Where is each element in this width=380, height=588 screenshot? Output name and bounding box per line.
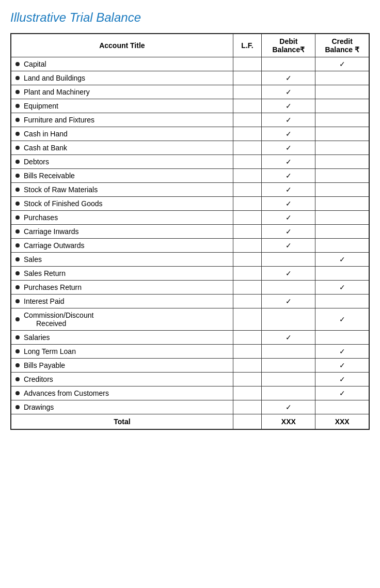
account-label: Stock of Finished Goods xyxy=(24,199,103,208)
lf-cell xyxy=(233,197,262,211)
account-name-cell: Purchases xyxy=(11,211,233,225)
debit-cell: ✓ xyxy=(262,85,315,99)
lf-cell xyxy=(233,331,262,345)
table-row: Carriage Inwards ✓ xyxy=(11,225,369,239)
table-row: Plant and Machinery ✓ xyxy=(11,85,369,99)
table-row: Purchases ✓ xyxy=(11,211,369,225)
lf-cell xyxy=(233,373,262,386)
lf-cell xyxy=(233,71,262,85)
table-row: Bills Payable ✓ xyxy=(11,359,369,373)
bullet-icon xyxy=(15,215,20,220)
bullet-icon xyxy=(15,405,20,409)
debit-cell: ✓ xyxy=(262,239,315,253)
lf-cell xyxy=(233,183,262,197)
account-name-cell: Purchases Return xyxy=(11,281,233,295)
account-name-cell: Equipment xyxy=(11,99,233,113)
lf-cell xyxy=(233,169,262,183)
account-label: Advances from Customers xyxy=(24,389,109,397)
credit-cell xyxy=(315,400,369,414)
table-row: Creditors ✓ xyxy=(11,373,369,386)
account-name-cell: Stock of Raw Materials xyxy=(11,183,233,197)
header-account-title: Account Title xyxy=(11,34,233,57)
bullet-icon xyxy=(15,243,20,247)
bullet-icon xyxy=(15,377,20,381)
table-row: Equipment ✓ xyxy=(11,99,369,113)
bullet-icon xyxy=(15,62,20,66)
debit-cell: ✓ xyxy=(262,211,315,225)
lf-cell xyxy=(233,359,262,373)
debit-cell: ✓ xyxy=(262,141,315,155)
trial-balance-table: Account Title L.F. DebitBalance₹ CreditB… xyxy=(10,33,370,430)
account-name: Drawings xyxy=(15,403,229,411)
credit-cell xyxy=(315,113,369,127)
bullet-icon xyxy=(15,285,20,289)
credit-cell xyxy=(315,71,369,85)
debit-cell: ✓ xyxy=(262,71,315,85)
debit-cell xyxy=(262,373,315,386)
debit-cell: ✓ xyxy=(262,267,315,281)
page-title: Illustrative Trial Balance xyxy=(10,10,370,25)
credit-cell xyxy=(315,211,369,225)
account-name-cell: Bills Payable xyxy=(11,359,233,373)
table-row: Drawings ✓ xyxy=(11,400,369,414)
account-name: Debtors xyxy=(15,158,229,166)
lf-cell xyxy=(233,155,262,169)
account-name-cell: Plant and Machinery xyxy=(11,85,233,99)
bullet-icon xyxy=(15,335,20,339)
table-row: Land and Buildings ✓ xyxy=(11,71,369,85)
header-debit: DebitBalance₹ xyxy=(262,34,315,57)
account-name-cell: Carriage Inwards xyxy=(11,225,233,239)
account-name: Purchases xyxy=(15,213,229,222)
account-label: Stock of Raw Materials xyxy=(24,185,98,194)
account-label: Furniture and Fixtures xyxy=(24,116,94,124)
credit-cell xyxy=(315,85,369,99)
total-debit: XXX xyxy=(262,414,315,430)
debit-cell: ✓ xyxy=(262,155,315,169)
debit-cell xyxy=(262,345,315,359)
account-name-cell: Stock of Finished Goods xyxy=(11,197,233,211)
account-name: Equipment xyxy=(15,102,229,110)
account-label: Sales Return xyxy=(24,269,66,277)
account-label: Capital xyxy=(24,60,46,68)
table-row: Commission/Discount Received ✓ xyxy=(11,308,369,331)
credit-cell xyxy=(315,183,369,197)
bullet-icon xyxy=(15,188,20,192)
account-label: Cash in Hand xyxy=(24,130,68,138)
account-name-cell: Commission/Discount Received xyxy=(11,308,233,331)
account-name: Advances from Customers xyxy=(15,389,229,397)
account-name: Capital xyxy=(15,60,229,68)
credit-cell xyxy=(315,295,369,308)
lf-cell xyxy=(233,113,262,127)
table-row: Stock of Finished Goods ✓ xyxy=(11,197,369,211)
debit-cell xyxy=(262,57,315,71)
credit-cell: ✓ xyxy=(315,359,369,373)
account-label: Carriage Inwards xyxy=(24,227,79,236)
table-row: Long Term Loan ✓ xyxy=(11,345,369,359)
debit-cell: ✓ xyxy=(262,197,315,211)
account-label: Long Term Loan xyxy=(24,347,76,355)
table-row: Debtors ✓ xyxy=(11,155,369,169)
account-name: Cash at Bank xyxy=(15,144,229,152)
bullet-icon xyxy=(15,132,20,136)
debit-cell: ✓ xyxy=(262,183,315,197)
lf-cell xyxy=(233,85,262,99)
bullet-icon xyxy=(15,363,20,367)
bullet-icon xyxy=(15,349,20,353)
bullet-icon xyxy=(15,160,20,164)
lf-cell xyxy=(233,308,262,331)
account-label: Purchases Return xyxy=(24,283,82,291)
lf-cell xyxy=(233,127,262,141)
account-label: Drawings xyxy=(24,403,54,411)
lf-cell xyxy=(233,57,262,71)
table-row: Furniture and Fixtures ✓ xyxy=(11,113,369,127)
table-row: Bills Receivable ✓ xyxy=(11,169,369,183)
lf-cell xyxy=(233,225,262,239)
table-row: Capital ✓ xyxy=(11,57,369,71)
bullet-icon xyxy=(15,76,20,80)
account-name-cell: Drawings xyxy=(11,400,233,414)
account-label: Creditors xyxy=(24,375,53,383)
lf-cell xyxy=(233,99,262,113)
account-label: Interest Paid xyxy=(24,297,65,305)
account-label: Sales xyxy=(24,255,42,264)
table-row: Purchases Return ✓ xyxy=(11,281,369,295)
